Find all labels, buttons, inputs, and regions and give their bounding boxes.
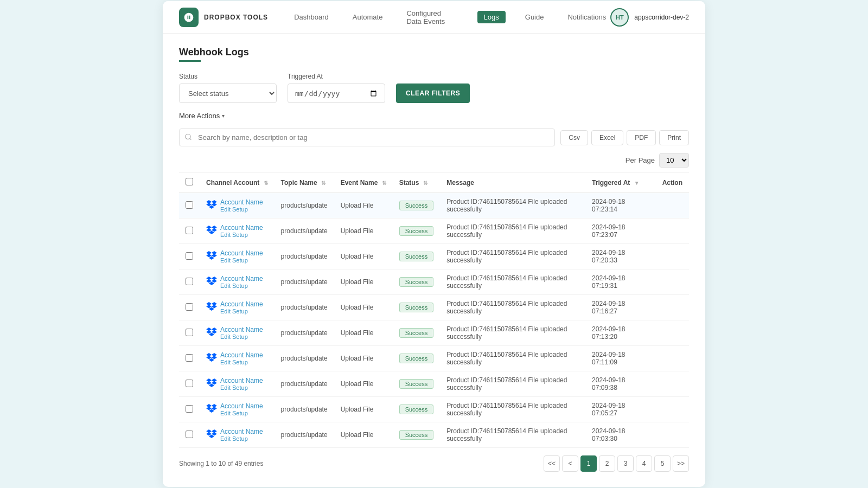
per-page-select[interactable]: 10 25 50 100	[659, 153, 689, 168]
edit-setup-link[interactable]: Edit Setup	[220, 308, 263, 314]
row-checkbox[interactable]	[186, 431, 193, 438]
status-badge: Success	[399, 430, 434, 440]
row-channel-account: Account Name Edit Setup	[200, 219, 275, 244]
status-badge: Success	[399, 303, 434, 312]
row-status: Success	[393, 320, 441, 346]
page-first-button[interactable]: <<	[544, 455, 560, 472]
nav-links: Dashboard Automate Configured Data Event…	[290, 7, 610, 28]
edit-setup-link[interactable]: Edit Setup	[220, 435, 263, 442]
nav-dashboard[interactable]: Dashboard	[290, 11, 333, 23]
pdf-button[interactable]: PDF	[627, 130, 656, 145]
pagination: << < 1 2 3 4 5 >>	[544, 455, 689, 472]
col-channel-account[interactable]: Channel Account ⇅	[200, 172, 275, 193]
dropbox-icon	[206, 302, 217, 313]
edit-setup-link[interactable]: Edit Setup	[220, 282, 263, 289]
row-action	[656, 244, 689, 269]
row-checkbox[interactable]	[186, 252, 193, 260]
nav-notifications[interactable]: Notifications	[563, 11, 610, 23]
account-name[interactable]: Account Name	[220, 402, 263, 410]
row-checkbox[interactable]	[186, 278, 193, 285]
account-name[interactable]: Account Name	[220, 300, 263, 308]
col-status[interactable]: Status ⇅	[393, 172, 441, 193]
edit-setup-link[interactable]: Edit Setup	[220, 333, 263, 340]
more-actions-arrow-icon: ▾	[222, 113, 225, 119]
csv-button[interactable]: Csv	[560, 130, 588, 145]
account-name[interactable]: Account Name	[220, 249, 263, 257]
date-filter-input[interactable]	[288, 84, 385, 103]
col-event-name[interactable]: Event Name ⇅	[334, 172, 393, 193]
data-table: Channel Account ⇅ Topic Name ⇅ Event Nam…	[179, 172, 689, 448]
nav-configured-data-events[interactable]: Configured Data Events	[402, 7, 462, 28]
filters-row: Status Select status Success Failed Trig…	[179, 73, 689, 103]
account-name[interactable]: Account Name	[220, 326, 263, 333]
row-action	[656, 346, 689, 371]
account-name[interactable]: Account Name	[220, 377, 263, 384]
page-1-button[interactable]: 1	[580, 455, 597, 472]
nav-logs[interactable]: Logs	[477, 11, 506, 23]
page-3-button[interactable]: 3	[617, 455, 634, 472]
account-name[interactable]: Account Name	[220, 428, 263, 435]
row-topic-name: products/update	[275, 269, 334, 295]
row-status: Success	[393, 219, 441, 244]
dropbox-icon	[206, 226, 217, 237]
page-next-button[interactable]: >>	[673, 455, 689, 472]
status-select[interactable]: Select status Success Failed	[179, 84, 277, 103]
edit-setup-link[interactable]: Edit Setup	[220, 384, 263, 391]
col-triggered-at[interactable]: Triggered At ▼	[585, 172, 656, 193]
row-checkbox[interactable]	[186, 303, 193, 311]
row-checkbox-cell	[179, 295, 200, 320]
row-checkbox-cell	[179, 422, 200, 448]
row-checkbox[interactable]	[186, 201, 193, 209]
row-event-name: Upload File	[334, 422, 393, 448]
edit-setup-link[interactable]: Edit Setup	[220, 232, 263, 238]
row-message: Product ID:7461150785614 File uploaded s…	[440, 397, 585, 422]
clear-filters-button[interactable]: CLEAR FILTERS	[396, 84, 470, 103]
page-2-button[interactable]: 2	[599, 455, 615, 472]
app-container: DROPBOX TOOLS Dashboard Automate Configu…	[163, 1, 705, 487]
edit-setup-link[interactable]: Edit Setup	[220, 206, 263, 213]
row-message: Product ID:7461150785614 File uploaded s…	[440, 346, 585, 371]
triggered-at-label: Triggered At	[288, 73, 385, 80]
row-event-name: Upload File	[334, 295, 393, 320]
row-status: Success	[393, 397, 441, 422]
status-badge: Success	[399, 354, 434, 363]
col-topic-name[interactable]: Topic Name ⇅	[275, 172, 334, 193]
table-row: Account Name Edit Setup products/update …	[179, 193, 689, 219]
table-row: Account Name Edit Setup products/update …	[179, 295, 689, 320]
edit-setup-link[interactable]: Edit Setup	[220, 359, 263, 365]
row-channel-account: Account Name Edit Setup	[200, 422, 275, 448]
print-button[interactable]: Print	[659, 130, 689, 145]
search-input[interactable]	[179, 129, 555, 146]
row-checkbox[interactable]	[186, 354, 193, 362]
page-4-button[interactable]: 4	[636, 455, 652, 472]
edit-setup-link[interactable]: Edit Setup	[220, 410, 263, 416]
dropbox-icon	[206, 378, 217, 390]
nav-guide[interactable]: Guide	[521, 11, 548, 23]
nav-automate[interactable]: Automate	[348, 11, 387, 23]
account-name[interactable]: Account Name	[220, 198, 263, 206]
row-event-name: Upload File	[334, 371, 393, 397]
row-topic-name: products/update	[275, 219, 334, 244]
page-prev-button[interactable]: <	[562, 455, 578, 472]
row-checkbox[interactable]	[186, 227, 193, 234]
row-checkbox-cell	[179, 346, 200, 371]
row-event-name: Upload File	[334, 397, 393, 422]
page-5-button[interactable]: 5	[654, 455, 671, 472]
excel-button[interactable]: Excel	[591, 130, 623, 145]
row-checkbox[interactable]	[186, 380, 193, 387]
row-checkbox[interactable]	[186, 405, 193, 413]
row-checkbox[interactable]	[186, 329, 193, 336]
account-name[interactable]: Account Name	[220, 275, 263, 282]
more-actions-dropdown[interactable]: More Actions ▾	[179, 112, 689, 120]
account-name[interactable]: Account Name	[220, 351, 263, 359]
row-channel-account: Account Name Edit Setup	[200, 397, 275, 422]
edit-setup-link[interactable]: Edit Setup	[220, 257, 263, 264]
select-all-checkbox[interactable]	[186, 178, 193, 185]
sort-icon-topic: ⇅	[321, 180, 326, 186]
account-name[interactable]: Account Name	[220, 224, 263, 232]
dropbox-icon	[206, 200, 217, 211]
row-checkbox-cell	[179, 193, 200, 219]
row-action	[656, 269, 689, 295]
row-checkbox-cell	[179, 320, 200, 346]
row-checkbox-cell	[179, 269, 200, 295]
